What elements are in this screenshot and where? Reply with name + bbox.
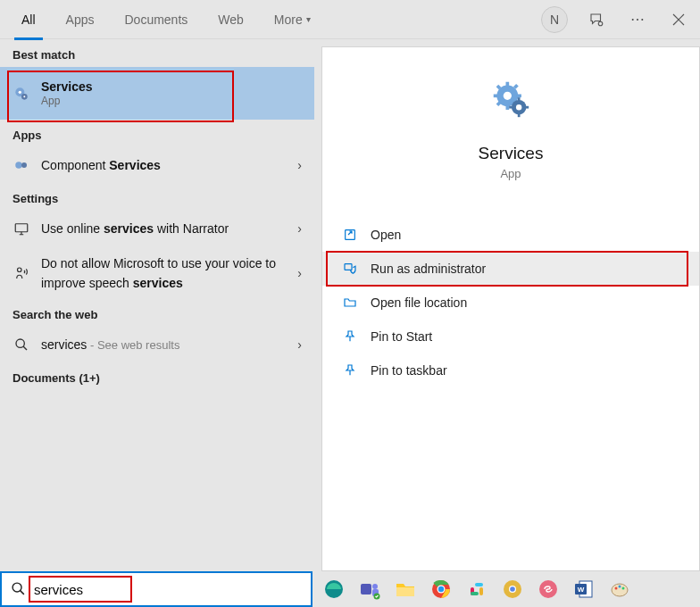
- svg-rect-7: [15, 224, 28, 232]
- svg-point-25: [516, 104, 521, 110]
- details-panel: Services App Open Run as administrator: [321, 46, 700, 571]
- svg-point-37: [438, 586, 444, 592]
- taskbar: W: [0, 571, 700, 607]
- taskbar-slack-icon[interactable]: [464, 577, 489, 602]
- close-icon[interactable]: [666, 7, 691, 32]
- svg-rect-30: [361, 584, 371, 595]
- svg-rect-34: [396, 587, 414, 596]
- result-title: Services: [41, 79, 302, 94]
- action-label: Open: [371, 228, 401, 242]
- svg-text:W: W: [578, 586, 585, 594]
- action-pin-to-taskbar[interactable]: Pin to taskbar: [322, 353, 699, 387]
- result-services-app[interactable]: Services App: [0, 67, 314, 120]
- shield-icon: [342, 261, 358, 277]
- tab-web[interactable]: Web: [205, 0, 256, 39]
- more-icon[interactable]: ⋯: [625, 7, 650, 32]
- gear-icon: [12, 85, 30, 103]
- svg-point-2: [19, 90, 21, 93]
- svg-rect-11: [506, 82, 510, 87]
- taskbar-explorer-icon[interactable]: [393, 577, 418, 602]
- details-title: Services: [322, 144, 699, 163]
- svg-rect-27: [345, 264, 352, 270]
- action-run-as-administrator[interactable]: Run as administrator: [322, 252, 699, 286]
- chevron-right-icon: ›: [297, 337, 302, 352]
- svg-point-0: [598, 21, 603, 26]
- monitor-icon: [12, 220, 30, 237]
- user-avatar[interactable]: N: [541, 6, 568, 33]
- search-input[interactable]: [34, 582, 302, 597]
- tab-more[interactable]: More▾: [262, 0, 323, 39]
- section-apps: Apps: [0, 120, 314, 147]
- svg-rect-13: [494, 95, 499, 98]
- taskbar-paint-icon[interactable]: [607, 577, 632, 602]
- chevron-right-icon: ›: [297, 266, 302, 280]
- svg-rect-12: [506, 104, 510, 110]
- tab-all[interactable]: All: [9, 0, 48, 39]
- taskbar-chrome-icon[interactable]: [429, 577, 454, 602]
- folder-icon: [342, 295, 358, 311]
- tab-documents[interactable]: Documents: [112, 0, 200, 39]
- taskbar-teams-icon[interactable]: [357, 577, 382, 602]
- action-label: Open file location: [371, 295, 467, 310]
- section-best-match: Best match: [0, 39, 314, 67]
- result-web-services[interactable]: services - See web results ›: [0, 327, 314, 362]
- svg-rect-23: [509, 106, 512, 109]
- tabs-bar: All Apps Documents Web More▾ N ⋯: [0, 0, 700, 39]
- tab-apps[interactable]: Apps: [54, 0, 107, 39]
- chevron-right-icon: ›: [297, 158, 302, 172]
- svg-point-52: [622, 587, 625, 590]
- result-narrator-services[interactable]: Use online services with Narrator ›: [0, 211, 314, 246]
- action-label: Run as administrator: [371, 262, 486, 276]
- action-pin-to-start[interactable]: Pin to Start: [322, 320, 699, 353]
- search-icon: [11, 581, 27, 597]
- svg-rect-22: [518, 114, 521, 118]
- gear-icon: [12, 156, 30, 174]
- open-icon: [342, 227, 358, 243]
- svg-point-4: [23, 96, 25, 97]
- feedback-icon[interactable]: [584, 7, 609, 32]
- svg-rect-41: [471, 592, 479, 595]
- chevron-right-icon: ›: [297, 221, 302, 236]
- search-icon: [12, 336, 30, 353]
- svg-rect-24: [526, 106, 529, 109]
- svg-point-44: [510, 586, 515, 592]
- result-sub: App: [41, 95, 302, 107]
- action-label: Pin to Start: [371, 329, 432, 344]
- svg-point-9: [16, 339, 24, 347]
- svg-point-50: [615, 587, 618, 590]
- pin-icon: [342, 328, 358, 345]
- chevron-down-icon: ▾: [306, 14, 311, 24]
- svg-rect-40: [479, 587, 483, 595]
- svg-rect-14: [516, 95, 521, 98]
- taskbar-skype-icon[interactable]: [536, 577, 561, 602]
- section-settings: Settings: [0, 183, 314, 211]
- svg-point-31: [372, 584, 378, 589]
- svg-rect-39: [475, 583, 483, 586]
- svg-point-5: [15, 162, 22, 169]
- svg-point-8: [18, 268, 22, 272]
- taskbar-word-icon[interactable]: W: [571, 577, 596, 602]
- svg-point-19: [504, 92, 512, 100]
- section-documents: Documents (1+): [0, 362, 314, 390]
- action-label: Pin to taskbar: [371, 363, 447, 378]
- result-speech-services[interactable]: Do not allow Microsoft to use your voice…: [0, 246, 314, 299]
- taskbar-chrome-canary-icon[interactable]: [500, 577, 525, 602]
- search-box[interactable]: [0, 571, 312, 607]
- svg-point-51: [619, 586, 621, 588]
- result-component-services[interactable]: Component Services ›: [0, 147, 314, 183]
- svg-point-6: [21, 162, 27, 168]
- services-icon: [491, 79, 530, 119]
- details-sub: App: [322, 167, 699, 180]
- microphone-icon: [12, 264, 30, 282]
- taskbar-edge-icon[interactable]: [321, 577, 346, 602]
- pin-icon: [342, 362, 358, 378]
- action-open[interactable]: Open: [322, 218, 699, 252]
- svg-rect-21: [518, 97, 521, 101]
- search-results-panel: Best match Services App Apps Component S…: [0, 39, 314, 571]
- svg-point-28: [12, 583, 21, 592]
- section-search-web: Search the web: [0, 299, 314, 327]
- action-open-file-location[interactable]: Open file location: [322, 286, 699, 320]
